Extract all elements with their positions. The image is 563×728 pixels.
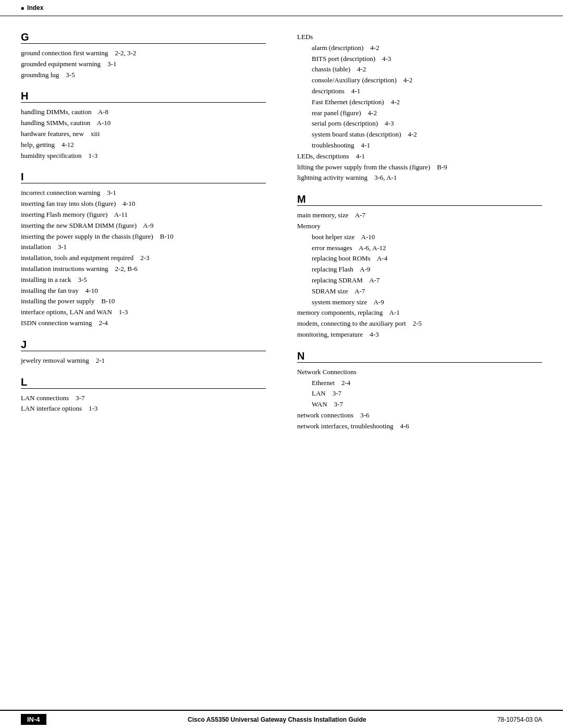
list-item: Fast Ethernet (description) 4-2 xyxy=(297,97,542,108)
list-item: LEDs xyxy=(297,32,542,43)
list-item: handling SIMMs, caution A-10 xyxy=(21,118,266,129)
section-h: H handling DIMMs, caution A-8 handling S… xyxy=(21,91,266,161)
list-item: serial ports (description) 4-3 xyxy=(297,118,542,129)
list-item: alarm (description) 4-2 xyxy=(297,43,542,54)
list-item: WAN 3-7 xyxy=(297,399,542,410)
section-h-header: H xyxy=(21,91,266,103)
section-l-letter: L xyxy=(21,377,27,387)
section-g-header: G xyxy=(21,32,266,44)
header-bar: Index xyxy=(0,0,563,16)
section-g-entries: ground connection first warning 2-2, 3-2… xyxy=(21,48,266,80)
list-item: monitoring, temperature 4-3 xyxy=(297,329,542,340)
list-item: modem, connecting to the auxiliary port … xyxy=(297,318,542,329)
list-item: network connections 3-6 xyxy=(297,410,542,421)
footer-title: Cisco AS5350 Universal Gateway Chassis I… xyxy=(57,716,497,723)
left-column: G ground connection first warning 2-2, 3… xyxy=(21,32,282,442)
list-item: interface options, LAN and WAN 1-3 xyxy=(21,307,266,318)
list-item: installing in a rack 3-5 xyxy=(21,275,266,286)
list-item: descriptions 4-1 xyxy=(297,86,542,97)
list-item: BITS port (description) 4-3 xyxy=(297,54,542,65)
right-column: LEDs alarm (description) 4-2 BITS port (… xyxy=(282,32,542,442)
list-item: installation, tools and equipment requir… xyxy=(21,253,266,264)
list-item: LAN interface options 1-3 xyxy=(21,403,266,414)
page: Index G ground connection first warning … xyxy=(0,0,563,728)
list-item: LAN connections 3-7 xyxy=(21,393,266,404)
section-h-letter: H xyxy=(21,91,28,101)
list-item: replacing boot ROMs A-4 xyxy=(297,253,542,264)
footer-doc-num: 78-10754-03 0A xyxy=(497,716,542,723)
list-item: inserting the power supply in the chassi… xyxy=(21,231,266,242)
section-h-entries: handling DIMMs, caution A-8 handling SIM… xyxy=(21,107,266,161)
list-item: incorrect connection warning 3-1 xyxy=(21,188,266,199)
list-item: grounded equipment warning 3-1 xyxy=(21,59,266,70)
main-content: G ground connection first warning 2-2, 3… xyxy=(0,16,563,484)
list-item: inserting the new SDRAM DIMM (figure) A-… xyxy=(21,220,266,231)
list-item: replacing SDRAM A-7 xyxy=(297,275,542,286)
list-item: lightning activity warning 3-6, A-1 xyxy=(297,172,542,183)
list-item: LEDs, descriptions 4-1 xyxy=(297,151,542,162)
list-item: grounding lug 3-5 xyxy=(21,70,266,81)
section-j-entries: jewelry removal warning 2-1 xyxy=(21,355,266,366)
list-item: ISDN connection warning 2-4 xyxy=(21,318,266,329)
list-item: system memory size A-9 xyxy=(297,297,542,308)
list-item: humidity specification 1-3 xyxy=(21,151,266,162)
list-item: troubleshooting 4-1 xyxy=(297,140,542,151)
list-item: network interfaces, troubleshooting 4-6 xyxy=(297,421,542,432)
section-i: I incorrect connection warning 3-1 inser… xyxy=(21,171,266,328)
list-item: help, getting 4-12 xyxy=(21,140,266,151)
list-item: Network Connections xyxy=(297,367,542,378)
list-item: inserting fan tray into slots (figure) 4… xyxy=(21,199,266,209)
section-n: N Network Connections Ethernet 2-4 LAN 3… xyxy=(297,351,542,432)
section-i-header: I xyxy=(21,171,266,183)
section-l-entries: LAN connections 3-7 LAN interface option… xyxy=(21,393,266,415)
section-m: M main memory, size A-7 Memory boot help… xyxy=(297,194,542,340)
section-l-header: L xyxy=(21,377,266,389)
footer: IN-4 Cisco AS5350 Universal Gateway Chas… xyxy=(0,710,563,728)
list-item: installation instructions warning 2-2, B… xyxy=(21,264,266,275)
list-item: LAN 3-7 xyxy=(297,388,542,399)
section-m-letter: M xyxy=(297,194,306,204)
list-item: error messages A-6, A-12 xyxy=(297,243,542,254)
list-item: Memory xyxy=(297,221,542,232)
list-item: boot helper size A-10 xyxy=(297,232,542,243)
list-item: installing the power supply B-10 xyxy=(21,296,266,307)
list-item: SDRAM size A-7 xyxy=(297,286,542,297)
section-m-header: M xyxy=(297,194,542,206)
page-number: IN-4 xyxy=(21,714,46,725)
section-m-entries: main memory, size A-7 Memory boot helper… xyxy=(297,210,542,340)
section-n-entries: Network Connections Ethernet 2-4 LAN 3-7… xyxy=(297,367,542,432)
section-n-header: N xyxy=(297,351,542,363)
list-item: ground connection first warning 2-2, 3-2 xyxy=(21,48,266,59)
section-leds: LEDs alarm (description) 4-2 BITS port (… xyxy=(297,32,542,183)
list-item: memory components, replacing A-1 xyxy=(297,307,542,318)
section-l: L LAN connections 3-7 LAN interface opti… xyxy=(21,377,266,415)
list-item: handling DIMMs, caution A-8 xyxy=(21,107,266,118)
list-item: replacing Flash A-9 xyxy=(297,264,542,275)
list-item: console/Auxiliary (description) 4-2 xyxy=(297,75,542,86)
section-i-letter: I xyxy=(21,171,24,182)
list-item: installing the fan tray 4-10 xyxy=(21,286,266,297)
section-j: J jewelry removal warning 2-1 xyxy=(21,339,266,366)
list-item: Ethernet 2-4 xyxy=(297,378,542,389)
list-item: jewelry removal warning 2-1 xyxy=(21,355,266,366)
header-index-label: Index xyxy=(21,4,43,11)
section-n-letter: N xyxy=(297,351,304,361)
list-item: chassis (table) 4-2 xyxy=(297,64,542,75)
section-j-letter: J xyxy=(21,339,27,350)
list-item: installation 3-1 xyxy=(21,242,266,253)
list-item: hardware features, new xiii xyxy=(21,129,266,140)
section-i-entries: incorrect connection warning 3-1 inserti… xyxy=(21,188,266,328)
list-item: inserting Flash memory (figure) A-11 xyxy=(21,209,266,220)
section-j-header: J xyxy=(21,339,266,351)
list-item: main memory, size A-7 xyxy=(297,210,542,221)
section-leds-entries: LEDs alarm (description) 4-2 BITS port (… xyxy=(297,32,542,183)
section-g: G ground connection first warning 2-2, 3… xyxy=(21,32,266,80)
list-item: rear panel (figure) 4-2 xyxy=(297,108,542,119)
list-item: lifting the power supply from the chassi… xyxy=(297,162,542,173)
section-g-letter: G xyxy=(21,32,29,42)
list-item: system board status (description) 4-2 xyxy=(297,129,542,140)
